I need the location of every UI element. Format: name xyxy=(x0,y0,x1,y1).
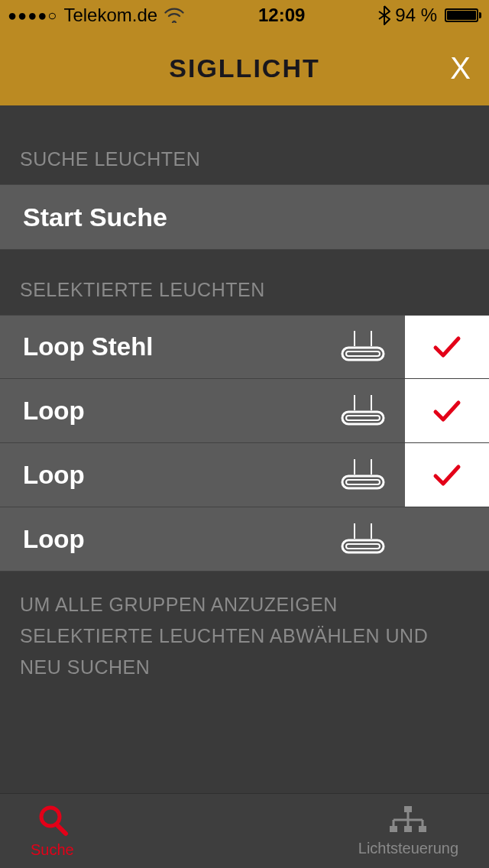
tab-light-control[interactable]: Lichtsteuerung xyxy=(358,805,458,857)
section-label-search: SUCHE LEUCHTEN xyxy=(0,105,489,184)
main-content: SUCHE LEUCHTEN Start Suche SELEKTIERTE L… xyxy=(0,105,489,793)
network-icon xyxy=(387,805,429,838)
pendant-lamp-icon xyxy=(321,522,405,557)
svg-rect-10 xyxy=(342,476,384,488)
svg-rect-24 xyxy=(390,826,397,832)
selection-check[interactable] xyxy=(405,316,489,378)
footer-hint-line: UM ALLE GRUPPEN ANZUZEIGEN xyxy=(20,590,469,620)
svg-rect-14 xyxy=(342,540,384,552)
tab-control-label: Lichtsteuerung xyxy=(358,840,458,857)
carrier-label: Telekom.de xyxy=(63,5,157,26)
light-row[interactable]: Loop xyxy=(0,507,489,572)
svg-rect-26 xyxy=(419,826,426,832)
pendant-lamp-icon xyxy=(321,394,405,429)
page-title: SIGLLICHT xyxy=(169,53,319,83)
selection-check[interactable] xyxy=(405,443,489,507)
section-label-selected: SELEKTIERTE LEUCHTEN xyxy=(0,250,489,315)
svg-rect-11 xyxy=(346,480,380,484)
status-bar: ●●●●○ Telekom.de 12:09 94 % xyxy=(0,0,489,31)
footer-hint: UM ALLE GRUPPEN ANZUZEIGEN SELEKTIERTE L… xyxy=(0,572,489,682)
light-row[interactable]: Loop Stehl xyxy=(0,315,489,379)
svg-rect-25 xyxy=(404,826,412,832)
svg-rect-15 xyxy=(346,544,380,549)
light-name: Loop Stehl xyxy=(0,332,321,361)
bluetooth-icon xyxy=(378,5,390,25)
battery-icon xyxy=(442,8,481,22)
light-name: Loop xyxy=(0,461,321,490)
svg-rect-6 xyxy=(342,412,384,424)
tab-bar: Suche Lichtsteuerung xyxy=(0,793,489,868)
close-button[interactable]: X xyxy=(450,51,471,86)
pendant-lamp-icon xyxy=(321,458,405,493)
svg-rect-18 xyxy=(404,806,412,812)
selection-check[interactable] xyxy=(405,379,489,442)
tab-search-label: Suche xyxy=(31,841,74,859)
status-left: ●●●●○ Telekom.de xyxy=(8,5,185,26)
svg-rect-2 xyxy=(342,348,384,360)
app-header: SIGLLICHT X xyxy=(0,31,489,105)
tab-search[interactable]: Suche xyxy=(31,803,74,859)
footer-hint-line: NEU SUCHEN xyxy=(20,653,469,682)
svg-rect-3 xyxy=(346,351,380,356)
search-icon xyxy=(35,803,69,840)
light-name: Loop xyxy=(0,397,321,426)
svg-line-17 xyxy=(57,824,66,834)
start-search-button[interactable]: Start Suche xyxy=(0,184,489,250)
wifi-icon xyxy=(164,8,185,23)
signal-strength-icon: ●●●●○ xyxy=(8,7,57,24)
start-search-label: Start Suche xyxy=(23,202,167,232)
battery-percent: 94 % xyxy=(395,5,437,26)
svg-rect-7 xyxy=(346,416,380,420)
lights-list: Loop Stehl Loop Loop xyxy=(0,315,489,572)
light-row[interactable]: Loop xyxy=(0,379,489,443)
clock: 12:09 xyxy=(258,5,305,26)
pendant-lamp-icon xyxy=(321,329,405,364)
light-name: Loop xyxy=(0,525,321,554)
status-right: 94 % xyxy=(378,5,481,26)
footer-hint-line: SELEKTIERTE LEUCHTEN ABWÄHLEN UND xyxy=(20,621,469,651)
light-row[interactable]: Loop xyxy=(0,443,489,507)
